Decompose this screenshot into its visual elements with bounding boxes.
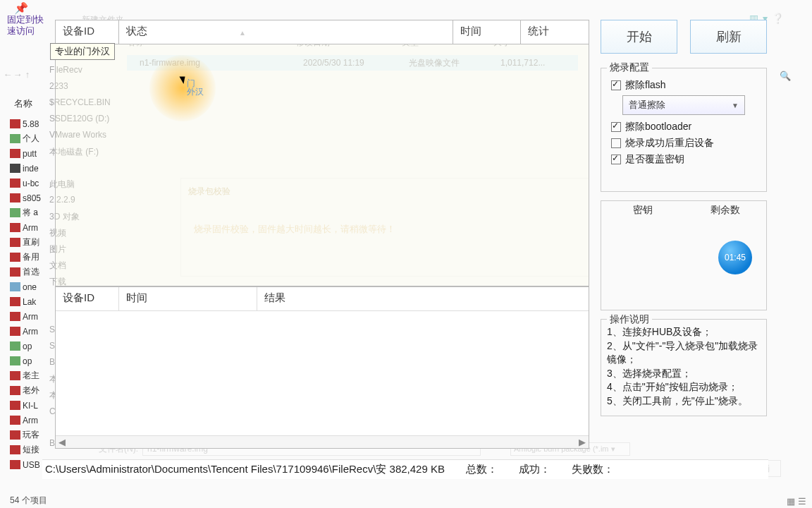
quick-item[interactable]: op [10,353,44,368]
col-stats[interactable]: 统计 [521,20,589,44]
quick-item[interactable]: s805 [10,190,44,205]
col-status[interactable]: 状态 [119,20,453,44]
success-label: 成功： [519,463,550,476]
erase-bootloader-check[interactable]: 擦除bootloader [607,121,761,133]
quick-item[interactable]: inde [10,161,44,176]
quick-item[interactable]: 首选 [10,265,44,279]
path-text: C:\Users\Administrator\Documents\Tencent… [45,463,445,476]
start-button[interactable]: 开始 [601,20,677,54]
quick-item[interactable]: 老外 [10,383,44,398]
instruction-line: 3、选择烧录配置； [607,367,761,381]
quick-item[interactable]: 将 a [10,205,44,220]
quick-item[interactable]: Arm [10,324,44,339]
quick-item[interactable]: u-bc [10,176,44,190]
instruction-line: 5、关闭工具前，先"停止"烧录。 [607,394,761,409]
log-col-id[interactable]: 设备ID [56,287,119,310]
overwrite-key-check[interactable]: 是否覆盖密钥 [607,153,761,166]
instruction-line: 1、连接好HUB及设备； [607,325,761,339]
quick-item[interactable]: Arm [10,220,44,235]
col-device-id[interactable]: 设备ID [56,20,119,44]
quick-item[interactable]: Arm [10,413,44,428]
quick-item[interactable]: one [10,279,44,294]
status-bar: C:\Users\Administrator\Documents\Tencent… [42,459,768,479]
sort-icon: ▲ [239,29,246,37]
quick-item[interactable]: USB [10,457,44,472]
quick-item[interactable]: Lak [10,294,44,309]
quick-item[interactable]: 老主 [10,368,44,383]
log-col-time[interactable]: 时间 [119,287,257,310]
device-tooltip: 专业的门外汉 [50,43,115,60]
erase-flash-check[interactable]: 擦除flash [607,79,761,92]
key-header-remain: 剩余数 [684,201,766,219]
quick-item[interactable]: putt [10,146,44,161]
key-box: 密钥 剩余数 01:45 [601,200,767,310]
timer-badge: 01:45 [718,241,752,274]
burn-config-group: 烧录配置 擦除flash 普通擦除▼ 擦除bootloader 烧录成功后重启设… [601,68,767,192]
log-col-result[interactable]: 结果 [257,287,589,310]
pin-icon: 📌 [14,1,28,15]
fail-label: 失败数： [572,463,614,476]
instruction-line: 4、点击"开始"按钮启动烧录； [607,380,761,394]
erase-mode-select[interactable]: 普通擦除▼ [622,95,745,115]
item-count: 54 个项目 [10,495,47,507]
quick-item[interactable]: 短接 [10,442,44,457]
quick-item[interactable]: 玩客 [10,428,44,442]
quick-item[interactable]: KI-L [10,398,44,413]
cursor-badge: 门 外汉 [187,79,204,96]
quick-access-title: 固定到快 速访问 [7,14,44,36]
instruction-line: 2、从"文件"-"导入烧录包"加载烧录镜像； [607,339,761,367]
quick-item[interactable]: 备用 [10,250,44,265]
burn-config-title: 烧录配置 [607,61,652,74]
col-time[interactable]: 时间 [453,20,521,44]
restart-after-check[interactable]: 烧录成功后重启设备 [607,137,761,150]
quick-item[interactable]: 个人 [10,131,44,146]
name-column-header[interactable]: 名称 [14,97,32,110]
quick-item[interactable]: op [10,339,44,353]
h-scrollbar[interactable]: ◀▶ [56,435,589,448]
quick-item[interactable]: Arm [10,309,44,324]
device-grid: 设备ID 状态 ▲ 时间 统计 专业的门外汉 [55,20,589,286]
log-grid: 设备ID 时间 结果 ◀▶ [55,286,589,449]
instructions-group: 操作说明 1、连接好HUB及设备；2、从"文件"-"导入烧录包"加载烧录镜像；3… [601,319,767,416]
instructions-title: 操作说明 [607,313,652,327]
total-label: 总数： [466,463,498,476]
quick-item[interactable]: 直刷 [10,235,44,250]
nav-arrows: ←→↑ [3,69,44,82]
view-mode-icons[interactable]: ▦ ☰ [787,496,806,507]
quick-item[interactable]: 5.88 [10,116,44,131]
key-header-key: 密钥 [601,201,684,219]
refresh-button[interactable]: 刷新 [690,20,767,54]
